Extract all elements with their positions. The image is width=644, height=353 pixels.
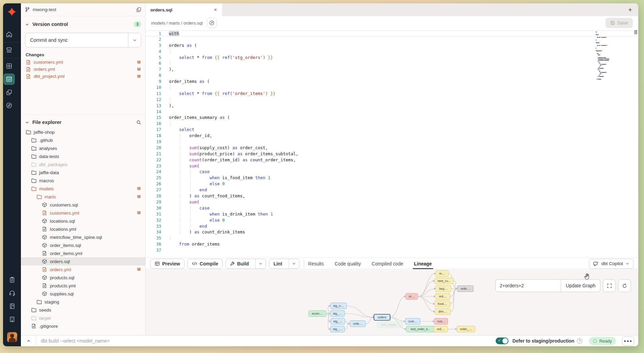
lineage-node-food[interactable]: food.... [435,301,450,307]
code-line[interactable]: 7), [146,66,638,72]
code-line[interactable]: 14 [146,109,638,115]
code-line[interactable]: 34 │ ) as count_drink_items [146,229,638,235]
tree-item-dbt-packages[interactable]: dbt_packages [21,160,145,168]
code-line[interactable]: 5 select * from {{ ref('stg_orders') }} [146,55,638,61]
code-window-icon[interactable] [3,73,15,85]
lineage-node-new_cu[interactable]: new_cu... [435,278,453,284]
code-line[interactable]: 20 │ sum(supply_cost) as order_cost, [146,145,638,151]
lineage-node-stg_2[interactable]: stg_.... [330,311,345,317]
code-line[interactable]: 27 │ │ end [146,187,638,193]
tree-item-macros[interactable]: macros [21,176,145,185]
lineage-node-drin[interactable]: drin.... [435,309,450,315]
lineage-node-orders[interactable]: orders [374,314,390,320]
update-graph-button[interactable]: Update Graph [561,279,601,292]
code-line[interactable]: 16│ [146,121,638,127]
code-line[interactable]: 24 │ │ case [146,169,638,175]
home-icon[interactable] [3,29,15,40]
dbt-command-input[interactable] [41,338,496,344]
dbt-copilot-button[interactable]: dbt Copilot [589,259,634,269]
tree-item-analyses[interactable]: analyses [21,144,145,152]
code-line[interactable]: 10│ [146,85,638,91]
code-line[interactable]: 35│ [146,235,638,241]
build-button[interactable]: Build [226,259,266,269]
code-line[interactable]: 37 [146,247,638,253]
code-line[interactable]: 9order_items as ( [146,78,638,85]
windows-icon[interactable] [3,87,15,98]
new-tab-button[interactable] [627,7,633,12]
lineage-node-cus_pink[interactable]: cus... [434,318,448,324]
building-icon[interactable] [6,314,18,325]
code-line[interactable]: 23 │ sum( [146,163,638,169]
search-icon[interactable] [136,120,141,125]
lineage-node-stg_4[interactable]: stg_.... [330,326,345,332]
version-control-header[interactable]: Version control 3 [21,19,145,29]
code-line[interactable]: 2 [146,36,638,42]
tree-item-customers-yml[interactable]: customers.ymlM [21,209,145,217]
editor-minimap[interactable] [596,32,623,82]
tree-item-jaffle-shop[interactable]: jaffle-shop [21,128,145,136]
code-editor[interactable]: 1with23orders as (4│5 select * from {{ r… [146,30,638,258]
tree-item-marts[interactable]: martsM [21,193,145,201]
file-explorer-header[interactable]: File explorer [21,117,145,127]
changed-file-row[interactable]: customers.ymlM [21,59,145,66]
code-line[interactable]: 26 │ │ else 0 [146,181,638,187]
code-line[interactable]: 25 │ │ when is_food_item then 1 [146,175,638,181]
tree-item-models[interactable]: modelsM [21,185,145,193]
code-line[interactable]: 1with [146,30,638,36]
code-line[interactable]: 3orders as ( [146,42,638,49]
commit-and-sync-button[interactable]: Commit and sync [25,33,141,47]
editor-scrollbar[interactable] [634,30,637,34]
code-line[interactable]: 13), [146,103,638,109]
lineage-node-orde_gray[interactable]: orde.... [457,286,473,292]
compass-icon[interactable] [3,100,15,111]
code-line[interactable]: 8 [146,72,638,78]
lint-options-dropdown[interactable] [289,259,299,268]
lineage-node-ord_y2[interactable]: ord.... [434,326,448,332]
code-line[interactable]: 28 │ ) as count_food_items, [146,193,638,199]
code-line[interactable]: 22 │ count(order_item_id) as count_order… [146,157,638,163]
lineage-node-test_order[interactable]: test_order_it... [406,326,435,332]
code-line[interactable]: 18 │ order_id, [146,133,638,139]
code-line[interactable]: 29 │ sum( [146,199,638,205]
refresh-icon[interactable] [618,279,631,292]
open-docs-icon[interactable] [207,18,217,28]
panel-tab-lineage[interactable]: Lineage [414,258,432,269]
tree-item-metricflow-time-spine-sql[interactable]: metricflow_time_spine.sql [21,233,145,241]
lineage-node-orde_b[interactable]: orde.... [350,321,365,327]
tree-item-seeds[interactable]: seeds [21,306,145,314]
lineage-node-ghost[interactable]: test_supply... [377,322,402,328]
build-options-dropdown[interactable] [255,259,266,268]
user-avatar[interactable] [7,332,17,342]
code-line[interactable]: 30 │ │ case [146,205,638,211]
lineage-filter-input[interactable] [495,279,561,292]
changed-file-row[interactable]: dbt_project.ymlM [21,73,145,80]
code-line[interactable]: 32 │ │ else 0 [146,217,638,223]
tree-item-locations-sql[interactable]: locations.sql [21,217,145,225]
tree-item-orders-yml[interactable]: orders.ymlM [21,265,145,274]
tree-item-products-sql[interactable]: products.sql [21,274,145,282]
collapse-panel-icon[interactable] [24,337,33,345]
tree-item-locations-yml[interactable]: locations.yml [21,225,145,233]
lineage-node-cust[interactable]: cust.... [405,318,420,324]
grid-icon[interactable] [3,60,15,72]
code-line[interactable]: 15order_items_summary as ( [146,115,638,121]
changed-file-row[interactable]: orders.ymlM [21,66,145,73]
tree-item-customers-sql[interactable]: customers.sql [21,201,145,209]
lineage-pane[interactable]: ecom....test_supply...stg_o....stg_....s… [146,270,638,335]
tree-item-staging[interactable]: staging [21,298,145,306]
save-button[interactable]: Save [606,18,633,28]
lineage-node-or_pink[interactable]: or.... [406,293,418,299]
compile-button[interactable]: Compile [187,259,223,269]
panel-tab-results[interactable]: Results [308,258,324,269]
copy-icon[interactable] [136,7,141,12]
tree-item-orders-sql[interactable]: orders.sql [21,257,145,265]
tree-item--github[interactable]: .github [21,136,145,144]
code-line[interactable]: 6│ [146,60,638,66]
lineage-node-stg_o[interactable]: stg_o.... [330,303,347,309]
headset-icon[interactable] [6,287,18,299]
tree-item-order-items-yml[interactable]: order_items.yml [21,249,145,257]
tree-item-jaffle-data[interactable]: jaffle-data [21,168,145,176]
tree-item-target[interactable]: target [21,314,145,322]
panel-tab-code-quality[interactable]: Code quality [335,258,361,269]
notebook-icon[interactable] [6,300,18,312]
